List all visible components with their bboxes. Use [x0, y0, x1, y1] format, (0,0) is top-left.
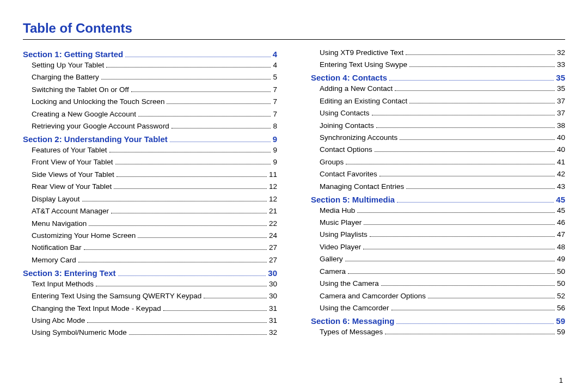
section-heading[interactable]: Section 4: Contacts35	[311, 73, 565, 82]
entry-label: Gallery	[320, 254, 343, 265]
toc-entry[interactable]: Using the Camera50	[320, 278, 565, 290]
entry-page: 59	[557, 327, 565, 338]
toc-entry[interactable]: AT&T Account Manager21	[32, 206, 277, 217]
page-title: Table of Contents	[23, 21, 565, 36]
toc-entry[interactable]: Retrieving your Google Account Password8	[32, 121, 277, 132]
toc-entry[interactable]: Front View of Your Tablet9	[32, 157, 277, 168]
toc-entry[interactable]: Charging the Battery5	[32, 72, 277, 83]
toc-entry[interactable]: Locking and Unlocking the Touch Screen7	[32, 96, 277, 108]
entry-label: Using Playlists	[320, 229, 367, 241]
dot-leader	[204, 295, 267, 298]
toc-entry[interactable]: Gallery49	[320, 254, 565, 265]
dot-leader	[372, 112, 555, 115]
toc-entry[interactable]: Using Playlists47	[320, 229, 565, 241]
toc-entry[interactable]: Creating a New Google Account7	[32, 109, 277, 120]
toc-entry[interactable]: Music Player46	[320, 217, 565, 229]
entry-page: 38	[557, 120, 565, 132]
toc-entry[interactable]: Using Contacts37	[320, 108, 565, 119]
toc-entry[interactable]: Contact Favorites42	[320, 169, 565, 180]
dot-leader	[400, 137, 555, 140]
toc-entry[interactable]: Rear View of Your Tablet12	[32, 181, 277, 193]
toc-entry[interactable]: Synchronizing Accounts40	[320, 132, 565, 144]
section-heading[interactable]: Section 5: Multimedia45	[311, 195, 565, 204]
toc-entry[interactable]: Menu Navigation22	[32, 218, 277, 230]
entry-label: AT&T Account Manager	[32, 206, 109, 217]
toc-entry[interactable]: Media Hub45	[320, 205, 565, 217]
toc-entry[interactable]: Joining Contacts38	[320, 120, 565, 132]
entry-page: 35	[557, 83, 565, 95]
section-page: 9	[273, 134, 277, 144]
entry-page: 49	[557, 254, 565, 265]
section-label: Section 4: Contacts	[311, 73, 387, 82]
toc-entry[interactable]: Side Views of Your Tablet11	[32, 169, 277, 181]
entry-page: 32	[269, 327, 277, 339]
entry-page: 22	[269, 218, 277, 230]
dot-leader	[370, 234, 555, 237]
entry-page: 33	[557, 59, 565, 71]
toc-entry[interactable]: Camera and Camcorder Options52	[320, 291, 565, 302]
section-heading[interactable]: Section 2: Understanding Your Tablet9	[23, 134, 277, 144]
dot-leader	[115, 161, 271, 164]
toc-entry[interactable]: Using Symbol/Numeric Mode32	[32, 327, 277, 339]
section-heading[interactable]: Section 1: Getting Started4	[23, 50, 277, 59]
dot-leader	[163, 307, 267, 310]
toc-entry[interactable]: Features of Your Tablet9	[32, 145, 277, 156]
entry-label: Video Player	[320, 242, 361, 253]
section-heading[interactable]: Section 6: Messaging59	[311, 316, 565, 326]
entry-page: 30	[269, 291, 277, 302]
dot-leader	[346, 161, 555, 164]
toc-entry[interactable]: Types of Messages59	[320, 327, 565, 338]
entry-label: Using Contacts	[320, 108, 370, 119]
entry-label: Features of Your Tablet	[32, 145, 107, 156]
toc-entry[interactable]: Managing Contact Entries43	[320, 181, 565, 193]
toc-entry[interactable]: Customizing Your Home Screen24	[32, 230, 277, 242]
entry-page: 46	[557, 217, 565, 229]
toc-entry[interactable]: Memory Card27	[32, 255, 277, 266]
entry-label: Contact Favorites	[320, 169, 377, 180]
dot-leader	[357, 209, 555, 212]
entry-page: 8	[273, 121, 277, 132]
toc-entry[interactable]: Using the Camcorder56	[320, 303, 565, 314]
toc-entry[interactable]: Adding a New Contact35	[320, 83, 565, 95]
dot-leader	[125, 53, 270, 57]
section-page: 35	[556, 73, 565, 82]
toc-entry[interactable]: Editing an Existing Contact37	[320, 96, 565, 107]
entry-label: Text Input Methods	[32, 279, 94, 290]
entry-label: Switching the Tablet On or Off	[32, 84, 129, 96]
toc-entry[interactable]: Display Layout12	[32, 194, 277, 205]
section-heading[interactable]: Section 3: Entering Text30	[23, 268, 277, 278]
entry-label: Locking and Unlocking the Touch Screen	[32, 96, 164, 108]
toc-entry[interactable]: Using Abc Mode31	[32, 315, 277, 327]
entry-label: Groups	[320, 157, 344, 168]
section-label: Section 1: Getting Started	[23, 50, 123, 59]
toc-entry[interactable]: Text Input Methods30	[32, 279, 277, 290]
dot-leader	[345, 258, 555, 261]
toc-entry[interactable]: Video Player48	[320, 242, 565, 253]
entry-page: 40	[557, 132, 565, 144]
toc-entry[interactable]: Switching the Tablet On or Off7	[32, 84, 277, 96]
entry-page: 40	[557, 144, 565, 156]
section-page: 30	[268, 268, 277, 278]
toc-entry[interactable]: Changing the Text Input Mode - Keypad31	[32, 303, 277, 315]
toc-entry[interactable]: Camera50	[320, 266, 565, 278]
toc-entry[interactable]: Notification Bar27	[32, 242, 277, 254]
toc-entry[interactable]: Entering Text Using Swype33	[320, 59, 565, 71]
dot-leader	[87, 320, 267, 323]
dot-leader	[114, 186, 267, 189]
entry-label: Using Symbol/Numeric Mode	[32, 327, 127, 339]
toc-entry[interactable]: Setting Up Your Tablet4	[32, 60, 277, 71]
toc-entry[interactable]: Groups41	[320, 157, 565, 168]
dot-leader	[376, 124, 555, 127]
toc-entry[interactable]: Contact Options40	[320, 144, 565, 156]
dot-leader	[84, 247, 267, 250]
dot-leader	[396, 320, 554, 324]
dot-leader	[138, 113, 271, 116]
section-label: Section 3: Entering Text	[23, 268, 116, 278]
entry-page: 47	[557, 229, 565, 241]
section-label: Section 5: Multimedia	[311, 195, 395, 204]
entry-label: Rear View of Your Tablet	[32, 181, 112, 193]
page-number: 1	[559, 376, 563, 384]
toc-entry[interactable]: Entering Text Using the Samsung QWERTY K…	[32, 291, 277, 302]
toc-entry[interactable]: Using XT9 Predictive Text32	[320, 47, 565, 59]
dot-leader	[364, 222, 555, 225]
